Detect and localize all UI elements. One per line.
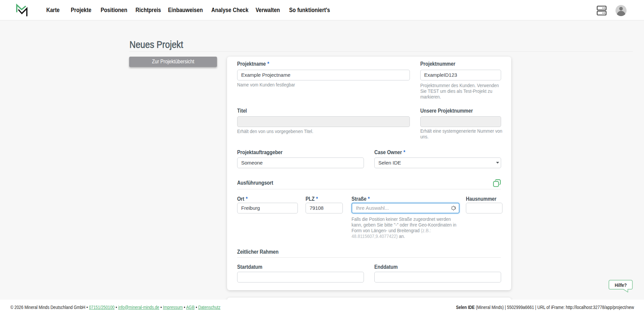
svg-text:Hilfe?: Hilfe?: [615, 282, 627, 288]
